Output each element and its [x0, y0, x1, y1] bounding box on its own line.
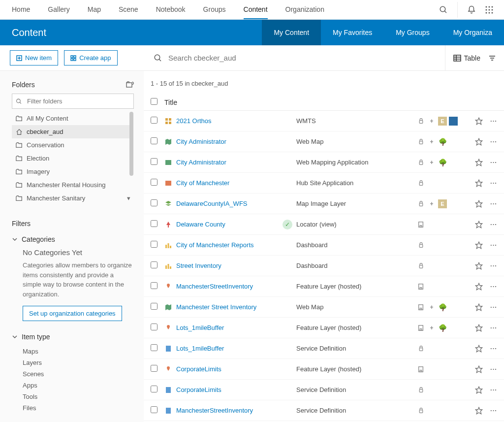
folder-item[interactable]: Election [12, 152, 133, 165]
row-checkbox[interactable] [151, 282, 158, 289]
notifications-icon[interactable] [465, 3, 478, 17]
itemtype-scenes[interactable]: Scenes [23, 368, 134, 380]
new-item-button[interactable]: New item [10, 50, 58, 65]
favorite-star-icon[interactable] [471, 262, 487, 270]
new-folder-icon[interactable] [126, 81, 134, 89]
more-options-icon[interactable]: ··· [487, 117, 500, 125]
favorite-star-icon[interactable] [471, 407, 487, 415]
topnav-link-organization[interactable]: Organization [285, 0, 324, 19]
row-checkbox[interactable] [151, 158, 158, 165]
more-options-icon[interactable]: ··· [487, 262, 500, 269]
folder-item[interactable]: Manchester Rental Housing [12, 178, 133, 192]
tab-my-favorites[interactable]: My Favorites [321, 20, 384, 45]
row-checkbox[interactable] [151, 365, 158, 372]
favorite-star-icon[interactable] [471, 138, 487, 146]
itemtype-toggle[interactable]: Item type [12, 333, 134, 341]
topnav-link-content[interactable]: Content [244, 0, 268, 19]
folder-item[interactable]: Conservation [12, 138, 133, 152]
item-title-link[interactable]: Lots_1mileBuffer [176, 345, 224, 352]
favorite-star-icon[interactable] [471, 241, 487, 249]
table-view-toggle[interactable]: Table [453, 54, 480, 62]
more-options-icon[interactable]: ··· [487, 386, 500, 393]
itemtype-files[interactable]: Files [23, 402, 134, 414]
item-title-link[interactable]: City Administrator [176, 159, 226, 166]
item-title-link[interactable]: 2021 Orthos [176, 117, 212, 125]
more-options-icon[interactable]: ··· [487, 324, 500, 331]
row-checkbox[interactable] [151, 137, 158, 144]
item-title-link[interactable]: Street Inventory [176, 262, 221, 269]
topnav-link-gallery[interactable]: Gallery [48, 0, 69, 19]
row-checkbox[interactable] [151, 261, 158, 268]
item-title-link[interactable]: DelawareCountyIA_WFS [176, 200, 248, 207]
more-options-icon[interactable]: ··· [487, 200, 500, 207]
select-all-checkbox[interactable] [151, 98, 158, 105]
row-checkbox[interactable] [151, 386, 158, 392]
row-checkbox[interactable] [151, 344, 158, 351]
itemtype-layers[interactable]: Layers [23, 357, 134, 368]
tab-my-organiza[interactable]: My Organiza [441, 20, 504, 45]
folder-item[interactable]: All My Content [12, 112, 133, 125]
setup-categories-button[interactable]: Set up organization categories [23, 306, 122, 321]
row-checkbox[interactable] [151, 117, 158, 124]
item-title-link[interactable]: City of Manchester [176, 179, 229, 187]
item-title-link[interactable]: CorporateLimits [176, 365, 221, 373]
create-app-button[interactable]: Create app [64, 50, 117, 65]
folder-item[interactable]: Manchester Sanitary▾ [12, 192, 133, 205]
favorite-star-icon[interactable] [471, 345, 487, 353]
item-title-link[interactable]: Delaware County [176, 221, 225, 228]
filter-icon[interactable] [488, 54, 496, 62]
more-options-icon[interactable]: ··· [487, 179, 500, 187]
favorite-star-icon[interactable] [471, 365, 487, 373]
itemtype-maps[interactable]: Maps [23, 346, 134, 357]
more-options-icon[interactable]: ··· [487, 159, 500, 166]
topnav-link-notebook[interactable]: Notebook [156, 0, 186, 19]
row-checkbox[interactable] [151, 179, 158, 186]
more-options-icon[interactable]: ··· [487, 221, 500, 228]
item-title-link[interactable]: Manchester Street Inventory [176, 303, 256, 311]
row-checkbox[interactable] [151, 406, 158, 413]
tab-my-groups[interactable]: My Groups [384, 20, 441, 45]
more-options-icon[interactable]: ··· [487, 365, 500, 373]
filter-folders-input[interactable] [12, 94, 134, 109]
topnav-link-home[interactable]: Home [12, 0, 30, 19]
more-options-icon[interactable]: ··· [487, 345, 500, 352]
row-checkbox[interactable] [151, 303, 158, 310]
favorite-star-icon[interactable] [471, 221, 487, 228]
tab-my-content[interactable]: My Content [262, 20, 321, 45]
folder-item[interactable]: cbecker_aud [12, 125, 133, 138]
more-options-icon[interactable]: ··· [487, 241, 500, 249]
favorite-star-icon[interactable] [471, 324, 487, 332]
item-title-link[interactable]: City of Manchester Reports [176, 241, 254, 249]
topnav-link-map[interactable]: Map [88, 0, 101, 19]
folder-item[interactable]: Imagery [12, 165, 133, 178]
scrollbar[interactable] [129, 112, 133, 176]
item-title-link[interactable]: CorporateLimits [176, 386, 221, 393]
search-input[interactable] [168, 54, 445, 62]
more-options-icon[interactable]: ··· [487, 283, 500, 290]
item-title-link[interactable]: ManchesterStreetInventory [176, 283, 253, 290]
more-options-icon[interactable]: ··· [487, 138, 500, 145]
topnav-link-groups[interactable]: Groups [203, 0, 226, 19]
itemtype-apps[interactable]: Apps [23, 380, 134, 391]
title-column-header[interactable]: Title [164, 98, 296, 106]
itemtype-tools[interactable]: Tools [23, 391, 134, 402]
favorite-star-icon[interactable] [471, 303, 487, 311]
favorite-star-icon[interactable] [471, 117, 487, 125]
topnav-link-scene[interactable]: Scene [119, 0, 138, 19]
search-icon[interactable] [437, 3, 450, 17]
row-checkbox[interactable] [151, 220, 158, 227]
item-title-link[interactable]: City Administrator [176, 138, 226, 145]
categories-toggle[interactable]: Categories [12, 235, 134, 243]
more-options-icon[interactable]: ··· [487, 407, 500, 414]
favorite-star-icon[interactable] [471, 159, 487, 166]
more-options-icon[interactable]: ··· [487, 303, 500, 311]
apps-grid-icon[interactable] [482, 3, 496, 17]
favorite-star-icon[interactable] [471, 179, 487, 187]
favorite-star-icon[interactable] [471, 283, 487, 291]
row-checkbox[interactable] [151, 241, 158, 248]
row-checkbox[interactable] [151, 324, 158, 330]
item-title-link[interactable]: ManchesterStreetInventory [176, 407, 253, 414]
favorite-star-icon[interactable] [471, 200, 487, 208]
favorite-star-icon[interactable] [471, 386, 487, 394]
item-title-link[interactable]: Lots_1mileBuffer [176, 324, 224, 331]
